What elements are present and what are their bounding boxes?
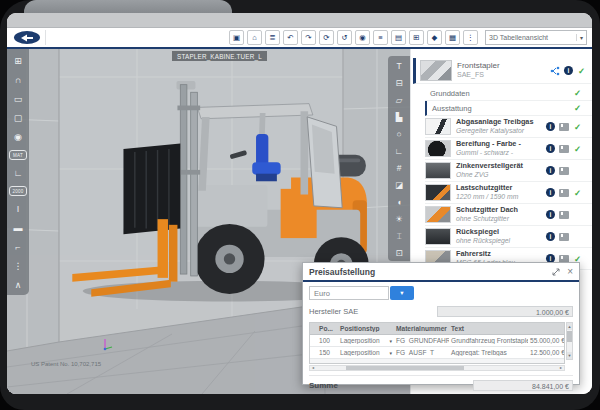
expand-icon[interactable] [552, 268, 560, 276]
corner-icon[interactable]: ⌐ [9, 238, 27, 256]
box-3d-icon[interactable]: ▢ [9, 109, 27, 127]
config-item-abgasanlage[interactable]: Abgasanlage Treibgas Geregelter Katalysa… [425, 116, 592, 138]
item-subtitle: Ohne ZVG [456, 171, 523, 179]
visibility-icon[interactable]: ◉ [9, 128, 27, 146]
measure-add-icon[interactable]: ⊞ [9, 52, 27, 70]
grid-icon[interactable]: ▦ [445, 30, 460, 45]
redo-icon[interactable]: ↷ [301, 30, 316, 45]
collapse-icon[interactable]: ∧ [9, 276, 27, 294]
right-tool-strip: T ⊟ ▱ ▙ ○ ∟ # ◪ ◖ ☀ ⌶ ⊡ [388, 56, 410, 261]
section-grunddaten[interactable]: Grunddaten ✓ [425, 86, 592, 101]
branch-icon[interactable] [550, 66, 560, 76]
focus-icon[interactable]: ◉ [355, 30, 370, 45]
scrollbar-thumb[interactable] [346, 366, 464, 370]
pallet-icon[interactable]: ⊟ [390, 75, 408, 91]
sheet-icon[interactable]: ▱ [390, 92, 408, 108]
image-icon[interactable] [559, 189, 569, 197]
options-icon[interactable]: ⋮ [9, 257, 27, 275]
angle-icon[interactable]: ∟ [9, 164, 27, 182]
info-icon[interactable]: i [546, 122, 555, 131]
image-icon[interactable] [559, 145, 569, 153]
config-item-schutzgitter-dach[interactable]: Schutzgitter Dach ohne Schutzgitter i [425, 204, 592, 226]
scroll-up-icon[interactable]: ▲ [567, 323, 572, 330]
text-cursor-icon[interactable]: I [9, 200, 27, 218]
scroll-right-icon[interactable]: ► [558, 366, 564, 370]
angle-tool-icon[interactable]: ∟ [390, 143, 408, 159]
dialog-title-bar[interactable]: Preisaufstellung × [303, 263, 579, 282]
item-subtitle: Geregelter Katalysator [456, 127, 533, 135]
undo-icon[interactable]: ↶ [283, 30, 298, 45]
ring-icon[interactable]: ○ [390, 126, 408, 142]
table-row-clipped [310, 359, 564, 363]
cell-positionstyp-dropdown[interactable]: Lagerposition▾ [338, 349, 394, 356]
view-mode-value: 3D Tabellenansicht [489, 34, 548, 41]
scrollbar-thumb[interactable] [567, 331, 572, 342]
material-icon[interactable]: ◆ [427, 30, 442, 45]
info-icon[interactable]: i [546, 188, 555, 197]
table-row[interactable]: 100 Lagerposition▾ FG_GRUNDFAHR Grundfah… [310, 335, 564, 347]
view-mode-dropdown[interactable]: 3D Tabellenansicht ▾ [485, 30, 587, 45]
text-tool-icon[interactable]: T [390, 58, 408, 74]
config-item-zinkenverstellgeraet[interactable]: Zinkenverstellgerät Ohne ZVG i [425, 160, 592, 182]
currency-select[interactable]: Euro [309, 286, 389, 300]
config-item-lastschutzgitter[interactable]: Lastschutzgitter 1220 mm / 1590 mm i✓ [425, 182, 592, 204]
export-icon[interactable]: ▤ [391, 30, 406, 45]
table-row[interactable]: 150 Lagerposition▾ FG_AUSF_T Aggregat: T… [310, 347, 564, 359]
rotate-ccw-icon[interactable]: ↺ [337, 30, 352, 45]
layout-icon[interactable]: ≣ [265, 30, 280, 45]
cell-materialnummer: FG_GRUNDFAHR [394, 337, 449, 344]
more-icon[interactable]: ⋮ [463, 30, 478, 45]
info-icon[interactable]: i [546, 210, 555, 219]
close-icon[interactable]: × [567, 267, 573, 277]
magnet-icon[interactable]: ∩ [9, 71, 27, 89]
dimension-icon[interactable]: 2000 [9, 186, 27, 196]
panel-icon[interactable]: ◪ [390, 177, 408, 193]
home-icon[interactable]: ⌂ [247, 30, 262, 45]
image-icon[interactable] [559, 233, 569, 241]
image-icon[interactable] [559, 123, 569, 131]
vertical-scrollbar[interactable]: ▲ ▼ [566, 322, 573, 360]
dialog-title: Preisaufstellung [309, 267, 375, 277]
scroll-left-icon[interactable]: ◄ [310, 366, 316, 370]
image-icon[interactable] [559, 167, 569, 175]
cell-pos: 150 [317, 349, 338, 356]
material-tag-icon[interactable]: MAT [9, 150, 27, 160]
item-thumbnail [425, 228, 451, 245]
save-icon[interactable]: ▣ [229, 30, 244, 45]
beam-icon[interactable]: ⌶ [390, 228, 408, 244]
item-title: Rückspiegel [456, 228, 510, 236]
product-title: Frontstapler [457, 62, 500, 71]
item-title: Fahrersitz [456, 250, 515, 258]
manufacturer-price-field[interactable]: 1.000,00 € [437, 306, 573, 317]
info-icon[interactable]: i [546, 232, 555, 241]
align-icon[interactable]: ≡ [373, 30, 388, 45]
info-icon[interactable]: i [546, 166, 555, 175]
sum-row: Summe 84.841,00 € [309, 375, 573, 391]
item-subtitle: ohne Rückspiegel [456, 237, 510, 245]
item-subtitle: Gummi - schwarz - [456, 149, 521, 157]
config-item-rueckspiegel[interactable]: Rückspiegel ohne Rückspiegel i [425, 226, 592, 248]
fence-icon[interactable]: # [390, 160, 408, 176]
price-table-header: Po... Positionstyp Materialnummer Text [310, 323, 564, 335]
section-ausstattung[interactable]: Ausstattung ✓ [425, 101, 592, 116]
frame-icon[interactable]: ⊡ [390, 245, 408, 261]
cell-positionstyp-dropdown[interactable]: Lagerposition▾ [338, 337, 394, 344]
sum-value-field: 84.841,00 € [473, 380, 573, 391]
half-light-icon[interactable]: ◖ [390, 194, 408, 210]
image-icon[interactable] [559, 211, 569, 219]
forklift-icon[interactable]: ▙ [390, 109, 408, 125]
cell-value: Lagerposition [340, 337, 380, 344]
horizontal-scrollbar[interactable]: ◄ ► [309, 365, 565, 371]
check-icon: ✓ [573, 122, 582, 132]
plane-icon[interactable]: ▬ [9, 219, 27, 237]
duplicate-icon[interactable]: ⊞ [409, 30, 424, 45]
info-icon[interactable]: i [564, 66, 573, 75]
currency-dropdown-button[interactable]: ▾ [390, 286, 414, 300]
lamp-icon[interactable]: ☀ [390, 211, 408, 227]
info-icon[interactable]: i [546, 144, 555, 153]
rotate-cw-icon[interactable]: ⟳ [319, 30, 334, 45]
scroll-down-icon[interactable]: ▼ [567, 352, 572, 359]
config-item-bereifung[interactable]: Bereifung - Farbe - Gummi - schwarz - i✓ [425, 138, 592, 160]
ruler-icon[interactable]: ▭ [9, 90, 27, 108]
product-header-row[interactable]: Frontstapler SAE_FS i ✓ [413, 58, 591, 84]
